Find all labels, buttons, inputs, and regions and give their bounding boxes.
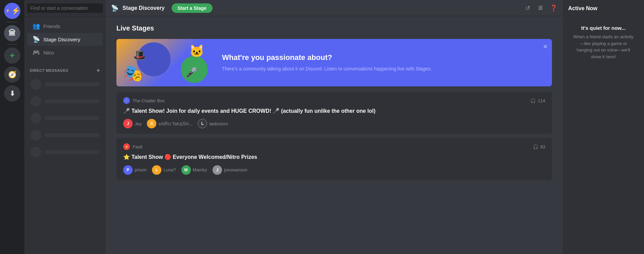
stage-speakers-1: J Jey S sАіŘU TaKΔŜH... L laidoctom [123,119,545,128]
speaker-avatar-2-3: M [181,165,191,175]
friends-icon: 👥 [32,22,39,30]
main-content: 📡 Stage Discovery Start a Stage ↺ 🖥 ❓ Li… [106,0,563,254]
nitro-icon: 🎮 [32,49,39,56]
dm-text-placeholder-3 [45,116,99,120]
stage-card-2[interactable]: ⚡ Fault 🎧 83 ⭐ Talent Show 🔴 Everyone We… [116,138,552,180]
sidebar-item-friends[interactable]: 👥 Friends [27,20,103,33]
stage-discovery-topbar-icon: 📡 [111,4,118,12]
stage-server-icon-1: 🎙 [123,97,130,104]
dm-text-placeholder-2 [45,99,99,103]
speaker-name-1-1: Jey [135,121,141,126]
speaker-name-2-2: Luna? [163,167,176,172]
promo-art: 🎭 🐱 🎩 🎤 [116,39,211,86]
dm-skeleton-row-3 [27,110,103,126]
promo-emoji-3: 🎩 [133,49,146,61]
sidebar-nav: 👥 Friends 📡 Stage Discovery 🎮 Nitro [24,17,106,62]
stage-server-name-2: ⚡ Fault [123,143,142,150]
speaker-1-2: S sАіŘU TaKΔŜH... [147,119,192,128]
download-icon[interactable]: ⬇ [4,85,20,102]
quiet-now-body: When a friend starts an activity—like pl… [572,34,635,60]
live-stages-title: Live Stages [116,24,552,32]
dm-avatar-placeholder-2 [30,96,41,107]
nitro-label: Nitro [43,50,54,56]
start-stage-button[interactable]: Start a Stage [172,3,213,13]
dm-list [24,75,106,162]
stage-discovery-icon: 📡 [32,36,39,43]
speaker-2-4: J joeswanson [213,165,247,175]
speaker-2-1: P prison [123,165,147,175]
dm-text-placeholder [45,82,99,86]
speaker-avatar-2-1: P [123,165,133,175]
speaker-name-2-4: joeswanson [224,167,247,172]
promo-emoji-4: 🎤 [186,67,198,78]
quiet-now-heading: It's quiet for now... [572,25,635,31]
stage-speakers-2: P prison L Luna? M Mambz J joeswanson [123,165,545,175]
speaker-avatar-1-3: L [198,119,207,128]
philosophy-server-icon[interactable]: 🏛 [4,25,20,41]
speaker-name-1-2: sАіŘU TaKΔŜH... [158,121,192,126]
discord-home-icon[interactable]: ⚡ ⚡ [4,3,20,19]
speaker-avatar-1-1: J [123,119,133,128]
stage-title-2: ⭐ Talent Show 🔴 Everyone Welcomed/Nitro … [123,153,545,161]
search-input[interactable] [27,3,103,13]
speaker-1-3: L laidoctom [198,119,228,128]
add-dm-button[interactable]: + [96,67,100,73]
dm-avatar-placeholder-4 [30,130,41,141]
stage-listeners-1: 🎧 114 [530,98,545,103]
speaker-name-2-3: Mambz [193,167,207,172]
listener-count-2: 83 [540,144,545,149]
server-divider-2 [7,44,18,45]
speaker-name-1-3: laidoctom [209,121,228,126]
explore-icon[interactable]: 🧭 [4,66,20,83]
speaker-2-3: M Mambz [181,165,207,175]
promo-close-button[interactable]: ✕ [543,43,548,50]
channel-sidebar: 👥 Friends 📡 Stage Discovery 🎮 Nitro Dire… [24,0,106,254]
stage-server-label-1: The Chatter Box [133,98,165,103]
server-divider [7,22,18,22]
dm-skeleton-row-4 [27,127,103,143]
add-server-icon[interactable]: + [4,47,20,64]
sidebar-item-nitro[interactable]: 🎮 Nitro [27,46,103,59]
refresh-icon[interactable]: ↺ [525,4,530,12]
speaker-avatar-2-4: J [213,165,222,175]
stage-card-1-header: 🎙 The Chatter Box 🎧 114 [123,97,545,104]
dm-skeleton-row-1 [27,76,103,92]
stage-listeners-2: 🎧 83 [533,144,545,149]
stage-title-1: 🎤 Talent Show! Join for daily events and… [123,107,545,115]
top-bar-actions: ↺ 🖥 ❓ [525,4,557,12]
stage-card-2-header: ⚡ Fault 🎧 83 [123,143,545,150]
promo-emoji-2: 🐱 [189,44,204,58]
headphones-icon-2: 🎧 [533,144,538,149]
promo-emoji-1: 🎭 [123,64,143,83]
listener-count-1: 114 [538,98,545,103]
speaker-1-1: J Jey [123,119,141,128]
server-sidebar: ⚡ ⚡ 🏛 + 🧭 ⬇ [0,0,24,254]
dm-text-placeholder-4 [45,133,99,137]
promo-banner: 🎭 🐱 🎩 🎤 What're you passionate about? Th… [116,39,552,86]
stage-server-icon-2: ⚡ [123,143,130,150]
stage-server-name-1: 🎙 The Chatter Box [123,97,165,104]
sidebar-item-stage-discovery[interactable]: 📡 Stage Discovery [27,33,103,46]
right-sidebar: Active Now It's quiet for now... When a … [563,0,644,254]
dm-skeleton-row-2 [27,93,103,109]
dm-skeleton-row-5 [27,144,103,160]
speaker-avatar-1-2: S [147,119,156,128]
page-title: Stage Discovery [123,5,165,11]
stage-server-label-2: Fault [133,144,142,149]
monitor-icon[interactable]: 🖥 [537,4,543,12]
friends-label: Friends [43,23,60,29]
stage-discovery-label: Stage Discovery [43,37,80,42]
speaker-avatar-2-2: L [152,165,161,175]
dm-avatar-placeholder-3 [30,113,41,124]
svg-text:⚡: ⚡ [5,8,10,13]
dm-text-placeholder-5 [45,150,99,154]
dm-avatar-placeholder [30,79,41,90]
stage-card-1[interactable]: 🎙 The Chatter Box 🎧 114 🎤 Talent Show! J… [116,92,552,134]
promo-body: There's a community talking about it on … [222,65,541,72]
search-bar-container [24,0,106,17]
headphones-icon-1: 🎧 [530,98,536,103]
top-bar: 📡 Stage Discovery Start a Stage ↺ 🖥 ❓ [106,0,563,16]
direct-messages-header: Direct Messages + [24,62,106,75]
help-icon[interactable]: ❓ [550,4,557,12]
dm-avatar-placeholder-5 [30,147,41,157]
